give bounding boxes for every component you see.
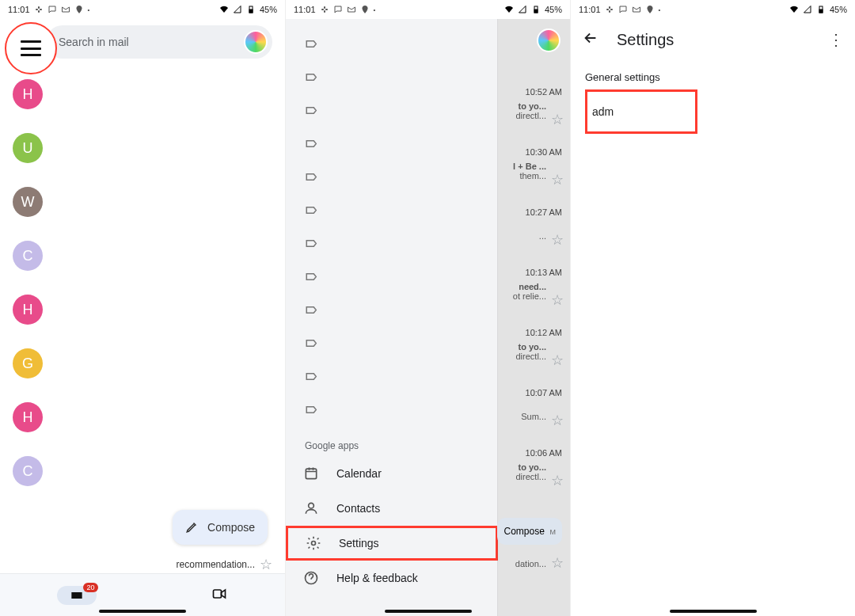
nav-mail[interactable]: 20 — [57, 586, 97, 605]
star-icon[interactable]: ☆ — [551, 554, 564, 572]
mail-icon — [68, 589, 86, 602]
profile-avatar[interactable] — [244, 30, 268, 54]
settings-appbar: Settings ⋮ — [571, 19, 855, 60]
compose-label: Compose — [504, 526, 544, 537]
gmail-status-icon — [347, 5, 356, 14]
menu-settings[interactable]: Settings — [286, 526, 498, 561]
wifi-icon — [789, 5, 799, 14]
location-icon — [360, 5, 370, 14]
slack-icon — [34, 5, 44, 14]
gear-icon — [306, 535, 321, 551]
recommendation-fragment: recommendation... ☆ — [177, 556, 272, 573]
svg-rect-6 — [213, 590, 221, 598]
msg-time: 10:07 AM — [526, 388, 562, 397]
nav-meet[interactable] — [210, 586, 229, 605]
svg-point-14 — [309, 503, 314, 508]
label-icon — [305, 371, 319, 385]
label-item[interactable] — [286, 328, 498, 361]
menu-help[interactable]: Help & feedback — [286, 561, 498, 595]
star-icon[interactable]: ☆ — [551, 472, 564, 489]
label-item[interactable] — [286, 394, 498, 428]
label-item[interactable] — [286, 361, 498, 394]
home-indicator[interactable] — [99, 610, 186, 613]
sender-avatar[interactable]: H — [13, 402, 43, 432]
menu-calendar[interactable]: Calendar — [286, 456, 498, 491]
label-item[interactable] — [286, 261, 498, 295]
account-item-highlight[interactable]: adm — [585, 89, 697, 134]
contacts-icon — [303, 500, 319, 516]
menu-icon[interactable] — [21, 40, 41, 56]
message-peek[interactable]: 10:13 AMneed...ot relie...☆ — [497, 261, 570, 321]
dot-icon: • — [659, 6, 661, 13]
sender-avatar[interactable]: U — [13, 133, 43, 163]
screen-settings: 11:01 • 45% Settings ⋮ General settings … — [570, 0, 855, 616]
label-item[interactable] — [286, 195, 498, 228]
compose-button[interactable]: Compose — [173, 510, 268, 545]
star-icon[interactable]: ☆ — [551, 171, 564, 188]
sender-avatar[interactable]: W — [13, 187, 43, 217]
home-indicator[interactable] — [385, 610, 472, 613]
pencil-icon — [185, 519, 200, 536]
battery-icon — [246, 5, 256, 14]
svg-rect-12 — [534, 10, 538, 13]
wifi-icon — [219, 5, 229, 14]
star-icon[interactable]: ☆ — [551, 111, 564, 128]
label-item[interactable] — [286, 62, 498, 95]
label-item[interactable] — [286, 95, 498, 128]
label-item[interactable] — [286, 228, 498, 261]
compose-m: M — [550, 528, 557, 536]
svg-rect-1 — [40, 9, 42, 10]
menu-contacts[interactable]: Contacts — [286, 491, 498, 526]
battery-icon — [531, 5, 541, 14]
msg-time: 10:52 AM — [526, 87, 562, 97]
label-item[interactable] — [286, 128, 498, 162]
msg-time: 10:13 AM — [526, 268, 562, 277]
message-peek[interactable]: 10:30 AMl + Be ...them...☆ — [497, 141, 570, 201]
nav-drawer: Google apps Calendar Contacts Settings H… — [286, 19, 498, 616]
sender-avatar[interactable]: C — [13, 456, 43, 486]
message-peek[interactable]: 10:07 AMSum...☆ — [497, 382, 570, 442]
message-peek[interactable]: 10:27 AM...☆ — [497, 201, 570, 261]
svg-rect-9 — [324, 6, 325, 9]
sender-avatar[interactable]: H — [13, 79, 43, 109]
compose-button-peek[interactable]: Compose M — [497, 518, 562, 545]
svg-rect-7 — [321, 9, 324, 10]
settings-title: Settings — [617, 31, 811, 49]
back-button[interactable] — [582, 29, 599, 50]
search-bar[interactable]: Search in mail — [46, 25, 272, 59]
svg-rect-2 — [38, 6, 40, 9]
overflow-menu[interactable]: ⋮ — [828, 30, 844, 49]
sender-avatar[interactable]: C — [13, 241, 43, 271]
status-time: 11:01 — [294, 5, 316, 14]
star-icon[interactable]: ☆ — [551, 352, 564, 369]
profile-avatar[interactable] — [537, 29, 560, 52]
message-peek[interactable]: 10:12 AMto yo...directl...☆ — [497, 321, 570, 382]
home-indicator[interactable] — [670, 610, 757, 613]
message-peek[interactable]: 10:06 AMto yo...directl...☆ — [497, 442, 570, 502]
svg-rect-17 — [606, 9, 609, 10]
label-item[interactable] — [286, 29, 498, 62]
star-icon[interactable]: ☆ — [260, 556, 272, 573]
message-peek[interactable]: 10:52 AMto yo...directl...☆ — [497, 81, 570, 141]
general-settings-item[interactable]: General settings — [585, 71, 841, 83]
star-icon[interactable]: ☆ — [551, 291, 564, 309]
battery-text: 45% — [830, 5, 847, 14]
gmail-status-icon — [61, 5, 70, 14]
msg-time: 10:30 AM — [526, 147, 562, 157]
sender-avatar[interactable]: G — [13, 348, 43, 378]
label-item[interactable] — [286, 295, 498, 328]
status-bar: 11:01 • 45% — [0, 0, 285, 19]
sender-avatar[interactable]: H — [13, 295, 43, 325]
label-item[interactable] — [286, 162, 498, 195]
label-icon — [305, 337, 319, 352]
signal-icon — [518, 5, 527, 14]
reco-text: recommendation... — [177, 559, 255, 570]
msg-snippet: to yo...directl... — [515, 462, 546, 481]
screen-drawer: 11:01 • 45% Google apps Calendar — [285, 0, 570, 616]
star-icon[interactable]: ☆ — [551, 412, 564, 429]
slack-icon — [605, 5, 614, 14]
signal-icon — [803, 5, 812, 14]
label-icon — [305, 71, 319, 86]
inbox-peek: 10:52 AMto yo...directl...☆10:30 AMl + B… — [497, 19, 570, 616]
star-icon[interactable]: ☆ — [551, 231, 564, 249]
